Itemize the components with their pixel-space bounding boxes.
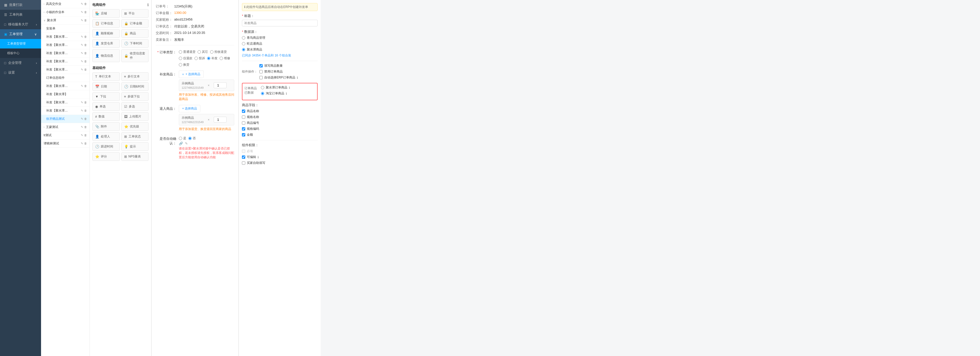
edit-s9[interactable]: ✎ — [81, 109, 83, 112]
comp-platform[interactable]: ⊞平台 — [121, 9, 149, 18]
del-s1[interactable]: 🗑 — [84, 35, 87, 38]
del-s3[interactable]: 🗑 — [84, 52, 87, 55]
edit-tan[interactable]: ✎ — [81, 142, 83, 145]
select-return-product-btn[interactable]: + 选择商品 — [179, 105, 200, 112]
sidebar-item-enterprise-mgmt[interactable]: □ 企业管理 › — [0, 58, 41, 68]
comp-track-time[interactable]: 🕐跟进时间 — [92, 142, 120, 151]
comp-ship-warehouse[interactable]: 👤发货仓库 — [92, 39, 120, 48]
radio-supply[interactable]: 补发 — [207, 56, 218, 60]
edit-wm[interactable]: ✎ — [81, 126, 83, 129]
field-product-name[interactable]: 商品名称 — [242, 109, 318, 113]
tree-item-install[interactable]: 安装单 — [41, 25, 89, 33]
tree-item-tan-test[interactable]: 谭晓林测试 ✎🗑 — [41, 140, 89, 148]
edit-icon3[interactable]: ✎ — [81, 19, 83, 22]
sidebar-item-work-order-mgmt[interactable]: ▣ 工单管理 ∨ — [0, 29, 41, 39]
radio-normal-return[interactable]: 普通退货 — [179, 50, 196, 54]
sidebar-item-mobile-service[interactable]: □ 移动服务大厅 › — [0, 19, 41, 29]
edit-s4[interactable]: ✎ — [81, 60, 83, 63]
sidebar-item-wo-type-mgmt[interactable]: 工单类型管理 — [0, 39, 41, 48]
tree-item-wangmeng[interactable]: › 王蒙测试 ✎🗑 — [41, 123, 89, 131]
del-s6[interactable]: 🗑 — [84, 84, 87, 88]
datasource-qingdao[interactable]: 青鸟商品管理 — [242, 36, 318, 40]
field-spec-name[interactable]: 规格名称 — [242, 115, 318, 119]
edit-tr[interactable]: ✎ — [81, 134, 83, 137]
del-s8[interactable]: 🗑 — [84, 101, 87, 104]
tree-item-supply3[interactable]: 补发【聚水潭… ✎🗑 — [41, 49, 89, 57]
tree-item-tr-test[interactable]: tr测试 ✎🗑 — [41, 131, 89, 140]
del-s5[interactable]: 🗑 — [84, 68, 87, 71]
radio-refund-only[interactable]: 仅退款 — [179, 56, 192, 60]
del-tr[interactable]: 🗑 — [84, 134, 87, 137]
delete-icon[interactable]: 🗑 — [84, 2, 87, 6]
radio-reject-return[interactable]: 拒收退货 — [210, 50, 227, 54]
tree-item-xiaoyang[interactable]: › 小杨的作业本 ✎ 🗑 — [41, 8, 89, 16]
disable-single-option[interactable]: 禁用订单商品 — [259, 70, 298, 74]
tree-item-supply4[interactable]: 补发【聚水潭… ✎🗑 — [41, 57, 89, 66]
radio-repair[interactable]: 维修 — [220, 56, 230, 60]
delete-icon2[interactable]: 🗑 — [84, 11, 87, 14]
edit-s3[interactable]: ✎ — [81, 52, 83, 55]
fill-qty-option[interactable]: 填写商品数量 — [259, 64, 298, 68]
comp-rating[interactable]: ⭐评分 — [92, 153, 120, 161]
tree-item-supply2[interactable]: 补发【聚水潭… ✎🗑 — [41, 41, 89, 49]
edit-s6[interactable]: ✎ — [81, 84, 83, 88]
comp-order-time[interactable]: 🕐下单时间 — [121, 39, 149, 48]
edit-icon2[interactable]: ✎ — [81, 11, 83, 14]
tree-item-gaogao[interactable]: › 高高交作业 ✎ 🗑 — [41, 0, 89, 8]
delete-icon3[interactable]: 🗑 — [84, 19, 87, 22]
del-jushi[interactable]: 🗑 — [84, 117, 87, 121]
comp-single-text[interactable]: T单行文本 — [92, 72, 120, 81]
perm-editable[interactable]: 可编辑 ℹ — [242, 155, 318, 159]
perm-buyer-fill[interactable]: 买家自助填写 — [242, 161, 318, 165]
edit-s5[interactable]: ✎ — [81, 68, 83, 71]
props-title-input[interactable] — [242, 20, 318, 26]
comp-product[interactable]: 🔒商品 — [121, 29, 149, 38]
del-tan[interactable]: 🗑 — [84, 142, 87, 145]
tree-item-jushi-test[interactable]: 徐牙赠品测试 ✎ 🗑 — [41, 115, 89, 123]
comp-datetime[interactable]: 🕐日期&时间 — [121, 82, 149, 91]
tree-item-supply8[interactable]: 补发【聚水潭… ✎🗑 — [41, 99, 89, 107]
datasource-jushuitan[interactable]: 聚水潭商品 — [242, 48, 318, 52]
del-s2[interactable]: 🗑 — [84, 43, 87, 47]
comp-wo-status[interactable]: ⊞工单状态 — [121, 132, 149, 141]
sidebar-item-settings[interactable]: □ 设置 › — [0, 68, 41, 78]
field-product-code[interactable]: 商品编号 — [242, 121, 318, 125]
comp-dropdown[interactable]: ▼下拉 — [92, 92, 120, 101]
comp-nps[interactable]: ⊞NPS量表 — [121, 153, 149, 161]
comp-multi-dropdown[interactable]: ≡多级下拉 — [121, 92, 149, 101]
comp-order-info[interactable]: 📋订单信息 — [92, 19, 120, 28]
tree-item-supply9[interactable]: 补发【聚水潭… ✎🗑 — [41, 107, 89, 115]
comp-date[interactable]: 📅日期 — [92, 82, 120, 91]
auto-select-erp-option[interactable]: 自动选择ERP订单商品 ℹ — [259, 75, 298, 80]
order-source-jst[interactable]: 聚水潭订单商品 ℹ — [261, 86, 290, 90]
field-spec-code[interactable]: 规格编码 — [242, 127, 318, 131]
comp-number[interactable]: #数值 — [92, 112, 120, 121]
auto-confirm-no[interactable]: 否 — [188, 136, 196, 141]
select-supply-product-btn[interactable]: + + 选择商品 — [179, 70, 204, 78]
comp-attachment[interactable]: 📎附件 — [92, 122, 120, 131]
del-s4[interactable]: 🗑 — [84, 60, 87, 63]
edit-s8[interactable]: ✎ — [81, 101, 83, 104]
radio-exchange[interactable]: 换货 — [179, 63, 189, 67]
tree-item-jushuitan[interactable]: ∨ 聚水潭 ✎ 🗑 — [41, 16, 89, 25]
del-wm[interactable]: 🗑 — [84, 126, 87, 129]
comp-hint[interactable]: 💡提示 — [121, 142, 149, 151]
comp-priority[interactable]: ⭐优先级 — [121, 122, 149, 131]
sidebar-item-batch-print[interactable]: ▦ 批量打款 — [0, 0, 41, 10]
comp-order-amount[interactable]: 🔒订单金额 — [121, 19, 149, 28]
del-s9[interactable]: 🗑 — [84, 109, 87, 112]
edit-s1[interactable]: ✎ — [81, 35, 83, 38]
radio-other[interactable]: 其它 — [197, 50, 208, 54]
sidebar-item-template-center[interactable]: 模板中心 — [0, 48, 41, 58]
comp-store[interactable]: 🏪店铺 — [92, 9, 120, 18]
comp-handler[interactable]: 👤处理人 — [92, 132, 120, 141]
tree-item-supply6[interactable]: 补发【聚水潭… ✎🗑 — [41, 82, 89, 90]
datasource-wangtong[interactable]: 旺店通商品 — [242, 41, 318, 46]
comp-checkbox[interactable]: ☑多选 — [121, 102, 149, 111]
comp-upload-image[interactable]: 🖼上传图片 — [121, 112, 149, 121]
comp-customer-name[interactable]: 👤顾客昵称 — [92, 29, 120, 38]
sidebar-item-work-orders[interactable]: ☰ 工单列表 — [0, 10, 41, 19]
radio-complaint[interactable]: 投诉 — [194, 56, 205, 60]
comp-logistics[interactable]: 👤物流信息 — [92, 49, 120, 62]
comp-multi-text[interactable]: ≡多行文本 — [121, 72, 149, 81]
